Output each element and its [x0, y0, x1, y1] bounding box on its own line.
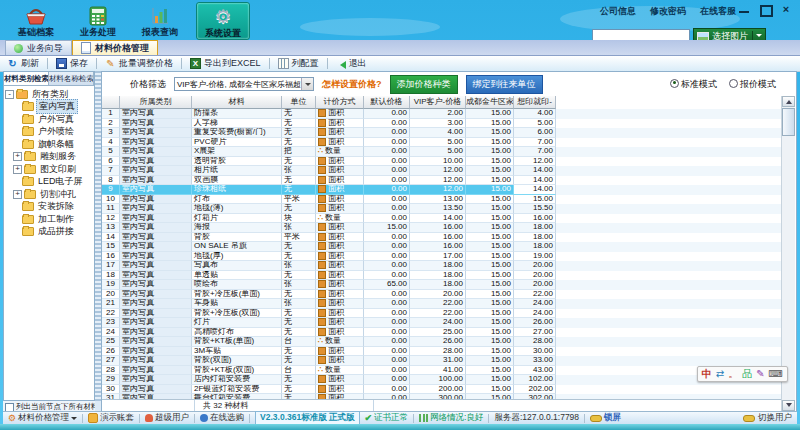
- table-row-18[interactable]: 18室内写真单透贴无面积0.0018.0015.0020.00: [102, 271, 782, 281]
- tree-item-户外写真[interactable]: 户外写真: [4, 113, 94, 126]
- company-info-link[interactable]: 公司信息: [600, 5, 636, 18]
- table-row-26[interactable]: 26室内写真3M车贴无面积0.0028.0015.0030.00: [102, 347, 782, 357]
- table-row-28[interactable]: 28室内写真背胶+KT板(双面)台∴数量0.0041.0015.0043.00: [102, 366, 782, 376]
- expand-icon[interactable]: +: [13, 190, 22, 199]
- chevron-down-icon[interactable]: [301, 78, 313, 90]
- minimize-button[interactable]: [738, 5, 750, 15]
- statusbar-module-menu[interactable]: ⚙ 材料价格管理: [8, 412, 77, 424]
- refresh-button[interactable]: ↻刷新: [4, 57, 42, 70]
- lock-screen-button[interactable]: 锁屏: [590, 412, 621, 424]
- exit-button[interactable]: 退出: [333, 57, 370, 70]
- cell: 15.00: [466, 166, 514, 176]
- column-header-2[interactable]: 材料: [192, 96, 282, 109]
- tab-name-search[interactable]: 材料名称检索: [49, 72, 94, 85]
- table-row-17[interactable]: 17室内写真写真布张面积0.0018.0015.0020.00: [102, 261, 782, 271]
- column-header-1[interactable]: 所属类别: [120, 96, 192, 109]
- tab-category-search[interactable]: 材料类别检索: [4, 72, 49, 85]
- bind-customer-button[interactable]: 绑定到往来单位: [466, 75, 543, 94]
- tree-item-旗帜条幅[interactable]: 旗帜条幅: [4, 138, 94, 151]
- table-row-15[interactable]: 15室内写真ON SALE 吊旗无面积0.0016.0015.0018.00: [102, 242, 782, 252]
- ime-icon-0[interactable]: 中: [702, 368, 712, 380]
- column-header-3[interactable]: 单位: [282, 96, 316, 109]
- table-row-20[interactable]: 20室内写真背胶+冷压板(单面)无面积0.0020.0015.0022.00: [102, 290, 782, 300]
- column-header-0[interactable]: [102, 96, 120, 109]
- table-row-14[interactable]: 14室内写真背胶平米面积0.0016.0015.0018.00: [102, 233, 782, 243]
- ribbon-button-sys[interactable]: ⚙系统设置: [196, 2, 250, 40]
- tree-item-加工制作[interactable]: 加工制作: [4, 213, 94, 226]
- table-row-30[interactable]: 30室内写真2F银蓝灯箱安装费无面积0.00200.0015.00202.00: [102, 385, 782, 395]
- table-row-24[interactable]: 24室内写真高精喷灯布无面积0.0025.0015.0027.00: [102, 328, 782, 338]
- save-button[interactable]: 保存: [53, 57, 91, 70]
- tree-item-切割冲孔[interactable]: +切割冲孔: [4, 188, 94, 201]
- scroll-down-arrow[interactable]: [782, 400, 795, 411]
- table-row-13[interactable]: 13室内写真海报张面积15.0016.0015.0018.00: [102, 223, 782, 233]
- ribbon-button-base[interactable]: 基础档案: [10, 2, 62, 40]
- statusbar-user[interactable]: 超级用户: [145, 412, 189, 424]
- collapse-icon[interactable]: -: [5, 90, 14, 99]
- tree-item-成品拼接[interactable]: 成品拼接: [4, 226, 94, 239]
- standard-mode-radio[interactable]: 标准模式: [670, 78, 717, 91]
- statusbar-online-shop[interactable]: 在线选购: [200, 412, 244, 424]
- table-row-27[interactable]: 27室内写真背胶(双面)无面积0.0031.0015.0033.00: [102, 356, 782, 366]
- table-row-7[interactable]: 7室内写真相片纸张面积0.0012.0015.0014.00: [102, 166, 782, 176]
- table-row-12[interactable]: 12室内写真灯箱片块∴数量0.0014.0015.0016.00: [102, 214, 782, 224]
- tree-item-室内写真[interactable]: 室内写真: [4, 101, 94, 114]
- column-header-4[interactable]: 计价方式: [316, 96, 364, 109]
- table-row-9[interactable]: 9室内写真珍珠相纸无面积0.0012.0015.0014.00: [102, 185, 782, 195]
- quote-mode-radio[interactable]: 报价模式: [729, 78, 776, 91]
- table-row-4[interactable]: 4室内写真PVC硬片无面积0.005.0015.007.00: [102, 138, 782, 148]
- table-row-25[interactable]: 25室内写真背胶+KT板(单面)台∴数量0.0026.0015.0028.00: [102, 337, 782, 347]
- column-header-7[interactable]: 成都金牛区家: [466, 96, 514, 109]
- tree-item-图文印刷[interactable]: +图文印刷: [4, 163, 94, 176]
- vertical-scrollbar[interactable]: [781, 96, 795, 411]
- table-row-3[interactable]: 3室内写真重复安装费(橱窗/门)无面积0.004.0015.006.00: [102, 128, 782, 138]
- table-row-23[interactable]: 23室内写真灯片无面积0.0024.0015.0026.00: [102, 318, 782, 328]
- tab-business-wizard[interactable]: 业务向导: [5, 40, 72, 55]
- column-header-6[interactable]: VIP客户-价格: [410, 96, 466, 109]
- batch-button[interactable]: ✎批量调整价格: [102, 57, 176, 70]
- certificate-status[interactable]: ✔ 证书正常: [365, 412, 409, 424]
- ribbon-button-biz[interactable]: 业务处理: [72, 2, 124, 40]
- table-row-16[interactable]: 16室内写真地毯(厚)无面积0.0017.0015.0019.00: [102, 252, 782, 262]
- close-button[interactable]: ×: [780, 5, 792, 15]
- ime-icon-3[interactable]: 品: [742, 368, 752, 380]
- ribbon-button-report[interactable]: 报表查询: [134, 2, 186, 40]
- tree-item-雕刻服务[interactable]: +雕刻服务: [4, 151, 94, 164]
- table-row-2[interactable]: 2室内写真人字梯无面积0.003.0015.005.00: [102, 119, 782, 129]
- table-row-10[interactable]: 10室内写真灯布平米面积0.0013.0015.0015.00: [102, 195, 782, 205]
- table-row-22[interactable]: 22室内写真背胶+冷压板(双面)无面积0.0022.0015.0024.00: [102, 309, 782, 319]
- change-password-link[interactable]: 修改密码: [650, 5, 686, 18]
- columns-button[interactable]: 列配置: [275, 57, 322, 70]
- table-row-6[interactable]: 6室内写真透明背胶无面积0.0010.0015.0012.00: [102, 157, 782, 167]
- online-support-link[interactable]: 在线客服: [700, 5, 736, 18]
- network-status[interactable]: 网络情况:良好: [419, 412, 483, 424]
- ime-icon-5[interactable]: ⌨: [769, 368, 783, 380]
- table-row-21[interactable]: 21室内写真车身贴张面积0.0022.0015.0024.00: [102, 299, 782, 309]
- table-row-1[interactable]: 1室内写真防撞条无面积0.002.0015.004.00: [102, 109, 782, 119]
- table-row-29[interactable]: 29室内写真店内灯箱安装费无面积0.00100.0015.00102.00: [102, 375, 782, 385]
- tree-item-安装拆除[interactable]: 安装拆除: [4, 201, 94, 214]
- ime-icon-2[interactable]: 。: [728, 368, 738, 380]
- column-header-8[interactable]: 想印就印-: [514, 96, 556, 109]
- tree-item-户外喷绘[interactable]: 户外喷绘: [4, 126, 94, 139]
- tab-material-price[interactable]: 材料价格管理: [72, 40, 158, 55]
- switch-user-button[interactable]: 切换用户: [743, 412, 792, 424]
- statusbar-account[interactable]: 演示账套: [88, 412, 134, 424]
- scrollbar-thumb[interactable]: [782, 108, 795, 136]
- price-type-dropdown[interactable]: VIP客户-价格, 成都金牛区家乐福超: [174, 77, 314, 91]
- table-row-5[interactable]: 5室内写真X展架把∴数量0.005.0015.007.00: [102, 147, 782, 157]
- table-row-11[interactable]: 11室内写真地毯(薄)无面积0.0013.5015.0015.50: [102, 204, 782, 214]
- tree-item-LED电子屏[interactable]: LED电子屏: [4, 176, 94, 189]
- excel-button[interactable]: X导出到EXCEL: [187, 57, 264, 70]
- table-row-8[interactable]: 8室内写真双画膜无面积0.0012.0015.0014.00: [102, 176, 782, 186]
- price-help-link[interactable]: 怎样设置价格?: [322, 78, 382, 91]
- ime-icon-4[interactable]: ✎: [756, 368, 764, 380]
- column-header-5[interactable]: 默认价格: [364, 96, 410, 109]
- scroll-up-arrow[interactable]: [782, 96, 795, 107]
- expand-icon[interactable]: +: [13, 152, 22, 161]
- add-price-type-button[interactable]: 添加价格种类: [390, 75, 458, 94]
- maximize-button[interactable]: [759, 5, 771, 15]
- table-row-19[interactable]: 19室内写真喷绘布张面积65.0018.0015.0020.00: [102, 280, 782, 290]
- expand-icon[interactable]: +: [13, 165, 22, 174]
- ime-icon-1[interactable]: ⇄: [716, 368, 724, 380]
